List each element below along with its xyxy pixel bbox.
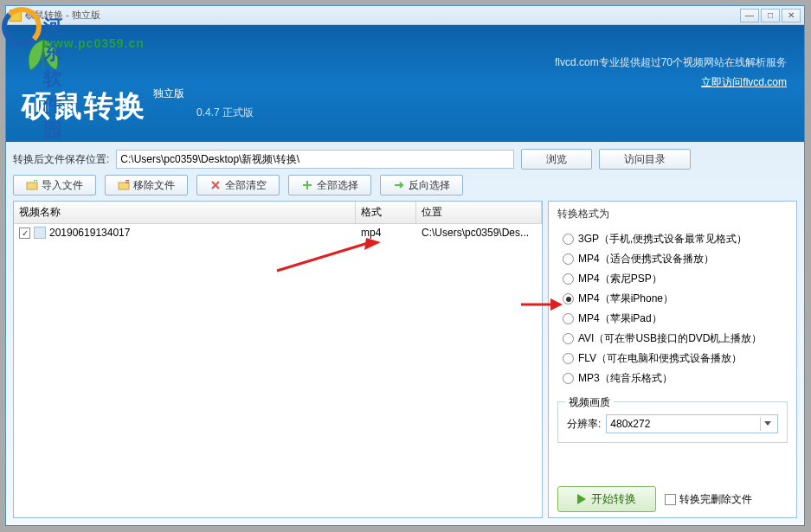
import-button[interactable]: 导入文件 xyxy=(13,175,96,195)
radio-label: MP4（索尼PSP） xyxy=(578,272,662,286)
remove-button[interactable]: 移除文件 xyxy=(105,175,188,195)
svg-rect-2 xyxy=(119,183,129,189)
radio-icon xyxy=(563,234,574,245)
titlebar-text: 硕鼠转换 - 独立版 xyxy=(25,9,740,22)
leaf-icon xyxy=(22,35,65,79)
resolution-row: 分辨率: 480x272 xyxy=(567,414,778,433)
row-format: mp4 xyxy=(361,227,422,239)
promo-text: flvcd.com专业提供超过70个视频网站在线解析服务 xyxy=(555,55,787,70)
radio-icon xyxy=(563,353,574,364)
radio-label: MP4（适合便携式设备播放） xyxy=(578,252,714,266)
format-radio-item[interactable]: 3GP（手机,便携式设备最常见格式） xyxy=(563,232,788,247)
arrow-right-icon xyxy=(393,179,405,191)
x-icon xyxy=(209,179,222,191)
radio-label: AVI（可在带USB接口的DVD机上播放） xyxy=(578,331,762,346)
clear-button[interactable]: 全部清空 xyxy=(196,175,280,195)
invert-button[interactable]: 反向选择 xyxy=(380,175,463,195)
title-block: 硕鼠转换 独立版 0.4.7 正式版 xyxy=(22,87,254,126)
format-radio-item[interactable]: AVI（可在带USB接口的DVD机上播放） xyxy=(563,331,788,346)
radio-label: 3GP（手机,便携式设备最常见格式） xyxy=(578,232,747,247)
radio-icon xyxy=(563,253,574,265)
radio-icon xyxy=(563,313,574,324)
invert-label: 反向选择 xyxy=(409,178,450,193)
header-promo: flvcd.com专业提供超过70个视频网站在线解析服务 立即访问flvcd.c… xyxy=(555,55,787,90)
radio-label: FLV（可在电脑和便携式设备播放） xyxy=(578,351,742,366)
radio-label: MP4（苹果iPad） xyxy=(578,311,662,326)
app-version: 0.4.7 正式版 xyxy=(196,106,254,120)
app-edition: 独立版 xyxy=(153,87,184,101)
start-button[interactable]: 开始转换 xyxy=(557,486,656,512)
header-banner: 硕鼠转换 独立版 0.4.7 正式版 flvcd.com专业提供超过70个视频网… xyxy=(6,25,804,142)
quality-title: 视频画质 xyxy=(565,395,614,410)
resolution-label: 分辨率: xyxy=(567,417,601,432)
radio-icon xyxy=(563,273,574,285)
format-panel: 转换格式为 3GP（手机,便携式设备最常见格式）MP4（适合便携式设备播放）MP… xyxy=(548,201,797,518)
radio-label: MP3（纯音乐格式） xyxy=(578,371,673,386)
checkbox-icon xyxy=(665,494,676,505)
format-radio-item[interactable]: MP4（苹果iPad） xyxy=(563,311,788,326)
folder-minus-icon xyxy=(118,179,130,191)
open-dir-button[interactable]: 访问目录 xyxy=(599,149,691,170)
radio-icon xyxy=(563,373,574,384)
app-icon xyxy=(10,10,22,22)
footer-row: 开始转换 转换完删除文件 xyxy=(557,481,788,512)
row-checkbox-icon[interactable]: ✓ xyxy=(19,228,30,239)
titlebar: 硕鼠转换 - 独立版 — □ ✕ xyxy=(6,6,804,25)
minimize-button[interactable]: — xyxy=(740,9,759,22)
format-radio-item[interactable]: MP4（索尼PSP） xyxy=(563,272,788,286)
close-button[interactable]: ✕ xyxy=(782,9,801,22)
format-radio-group: 3GP（手机,便携式设备最常见格式）MP4（适合便携式设备播放）MP4（索尼PS… xyxy=(563,232,788,386)
quality-box: 视频画质 分辨率: 480x272 xyxy=(557,401,788,443)
folder-plus-icon xyxy=(26,179,38,191)
output-path-row: 转换后文件保存位置: 浏览 访问目录 xyxy=(13,149,797,170)
start-label: 开始转换 xyxy=(591,491,636,507)
resolution-select[interactable]: 480x272 xyxy=(606,414,778,433)
table-body: ✓20190619134017mp4C:\Users\pc0359\Des... xyxy=(14,224,542,517)
radio-label: MP4（苹果iPhone） xyxy=(578,292,673,306)
remove-label: 移除文件 xyxy=(133,178,175,193)
delete-after-label: 转换完删除文件 xyxy=(679,492,752,507)
format-radio-item[interactable]: MP3（纯音乐格式） xyxy=(563,371,788,386)
table-head: 视频名称 格式 位置 xyxy=(14,202,542,224)
table-row[interactable]: ✓20190619134017mp4C:\Users\pc0359\Des... xyxy=(14,224,542,241)
col-name[interactable]: 视频名称 xyxy=(14,202,356,223)
body: 转换后文件保存位置: 浏览 访问目录 导入文件 移除文件 全部清空 全部选择 xyxy=(6,142,804,525)
plus-icon xyxy=(301,179,313,191)
output-path-label: 转换后文件保存位置: xyxy=(13,152,109,167)
play-icon xyxy=(577,494,586,504)
toolbar: 导入文件 移除文件 全部清空 全部选择 反向选择 xyxy=(13,175,797,195)
delete-after-checkbox[interactable]: 转换完删除文件 xyxy=(665,492,752,507)
app-title: 硕鼠转换 xyxy=(22,87,146,126)
file-table: 视频名称 格式 位置 ✓20190619134017mp4C:\Users\pc… xyxy=(13,201,543,518)
file-icon xyxy=(34,227,46,239)
clear-label: 全部清空 xyxy=(225,178,267,193)
content-row: 视频名称 格式 位置 ✓20190619134017mp4C:\Users\pc… xyxy=(13,201,797,518)
format-title: 转换格式为 xyxy=(557,207,788,221)
row-location: C:\Users\pc0359\Des... xyxy=(422,227,537,239)
col-location[interactable]: 位置 xyxy=(416,202,542,223)
row-name: 20190619134017 xyxy=(49,227,130,239)
chevron-down-icon xyxy=(760,417,774,431)
format-radio-item[interactable]: MP4（适合便携式设备播放） xyxy=(563,252,788,266)
select-all-button[interactable]: 全部选择 xyxy=(288,175,371,195)
flvcd-link[interactable]: 立即访问flvcd.com xyxy=(555,75,787,90)
radio-icon xyxy=(563,333,574,344)
format-radio-item[interactable]: MP4（苹果iPhone） xyxy=(563,292,788,306)
browse-button[interactable]: 浏览 xyxy=(521,149,592,170)
select-all-label: 全部选择 xyxy=(317,178,358,193)
app-window: 硕鼠转换 - 独立版 — □ ✕ 硕鼠转换 独立版 0.4.7 正式版 flvc… xyxy=(5,5,805,526)
maximize-button[interactable]: □ xyxy=(761,9,780,22)
svg-rect-0 xyxy=(27,183,37,189)
window-controls: — □ ✕ xyxy=(740,9,801,22)
col-format[interactable]: 格式 xyxy=(356,202,416,223)
output-path-input[interactable] xyxy=(116,150,514,169)
format-radio-item[interactable]: FLV（可在电脑和便携式设备播放） xyxy=(563,351,788,366)
radio-icon xyxy=(563,293,574,304)
import-label: 导入文件 xyxy=(42,178,83,193)
resolution-value: 480x272 xyxy=(610,418,650,430)
